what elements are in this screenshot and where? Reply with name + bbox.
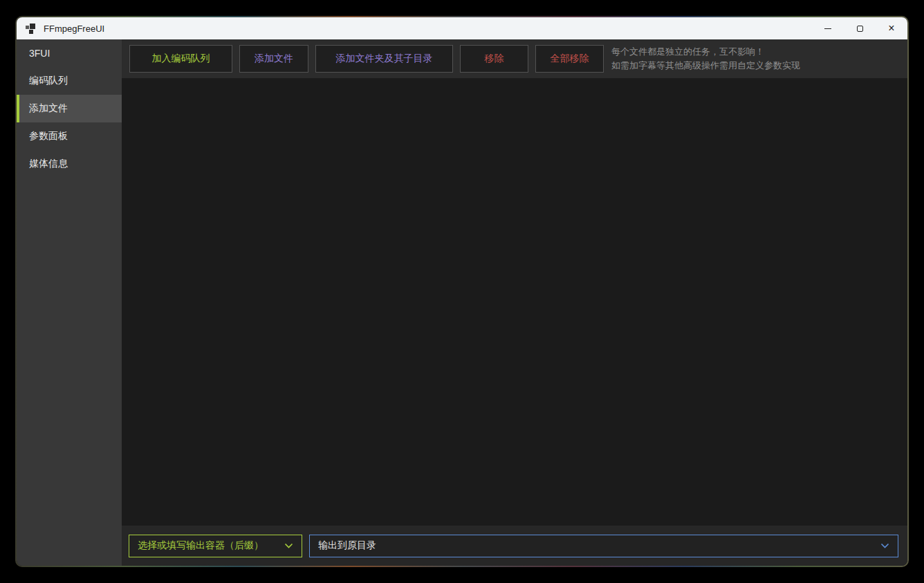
active-indicator — [17, 95, 19, 122]
sidebar-item-media-info[interactable]: 媒体信息 — [17, 150, 122, 178]
hint-line-2: 如需加字幕等其他高级操作需用自定义参数实现 — [611, 59, 800, 73]
titlebar: FFmpegFreeUI × — [17, 17, 907, 39]
output-container-select[interactable]: 选择或填写输出容器（后缀） — [129, 535, 302, 557]
window-title: FFmpegFreeUI — [44, 24, 104, 34]
chevron-down-icon — [880, 543, 889, 549]
desktop-wallpaper-edge: FFmpegFreeUI × 3FUI 编码队列 添加文件 参数面 — [15, 16, 909, 567]
minimize-button[interactable] — [812, 17, 844, 39]
add-to-encode-queue-button[interactable]: 加入编码队列 — [129, 45, 232, 73]
sidebar-item-label: 编码队列 — [29, 75, 68, 87]
output-container-select-value: 选择或填写输出容器（后缀） — [138, 539, 264, 552]
sidebar-item-label: 媒体信息 — [29, 158, 68, 170]
sidebar-item-label: 参数面板 — [29, 130, 68, 142]
main-column: 加入编码队列 添加文件 添加文件夹及其子目录 移除 全部移除 每个文件都是独立的… — [122, 39, 907, 566]
minimize-icon — [824, 28, 831, 29]
sidebar-item-3fui[interactable]: 3FUI — [17, 39, 122, 67]
app-logo-icon — [26, 23, 37, 34]
file-list-area[interactable] — [122, 78, 907, 526]
sidebar: 3FUI 编码队列 添加文件 参数面板 媒体信息 — [17, 39, 122, 566]
app-window: FFmpegFreeUI × 3FUI 编码队列 添加文件 参数面 — [17, 17, 907, 566]
remove-button[interactable]: 移除 — [460, 45, 528, 73]
toolbar-hint-text: 每个文件都是独立的任务，互不影响！ 如需加字幕等其他高级操作需用自定义参数实现 — [611, 45, 800, 73]
sidebar-item-add-files[interactable]: 添加文件 — [17, 95, 122, 122]
add-folder-recursive-button[interactable]: 添加文件夹及其子目录 — [315, 45, 453, 73]
sidebar-item-label: 添加文件 — [29, 102, 68, 115]
maximize-icon — [857, 26, 863, 32]
add-files-button[interactable]: 添加文件 — [239, 45, 308, 73]
sidebar-item-parameter-panel[interactable]: 参数面板 — [17, 122, 122, 150]
toolbar: 加入编码队列 添加文件 添加文件夹及其子目录 移除 全部移除 每个文件都是独立的… — [122, 39, 907, 78]
bottom-bar: 选择或填写输出容器（后缀） 输出到原目录 — [122, 526, 907, 566]
maximize-button[interactable] — [844, 17, 876, 39]
output-directory-select-value: 输出到原目录 — [318, 539, 376, 552]
sidebar-item-label: 3FUI — [29, 48, 50, 59]
close-button[interactable]: × — [876, 17, 907, 39]
app-body: 3FUI 编码队列 添加文件 参数面板 媒体信息 — [17, 39, 907, 566]
close-icon: × — [888, 23, 894, 34]
remove-all-button[interactable]: 全部移除 — [535, 45, 604, 73]
chevron-down-icon — [284, 543, 293, 549]
output-directory-select[interactable]: 输出到原目录 — [309, 535, 898, 557]
sidebar-item-encode-queue[interactable]: 编码队列 — [17, 67, 122, 95]
hint-line-1: 每个文件都是独立的任务，互不影响！ — [611, 45, 800, 59]
